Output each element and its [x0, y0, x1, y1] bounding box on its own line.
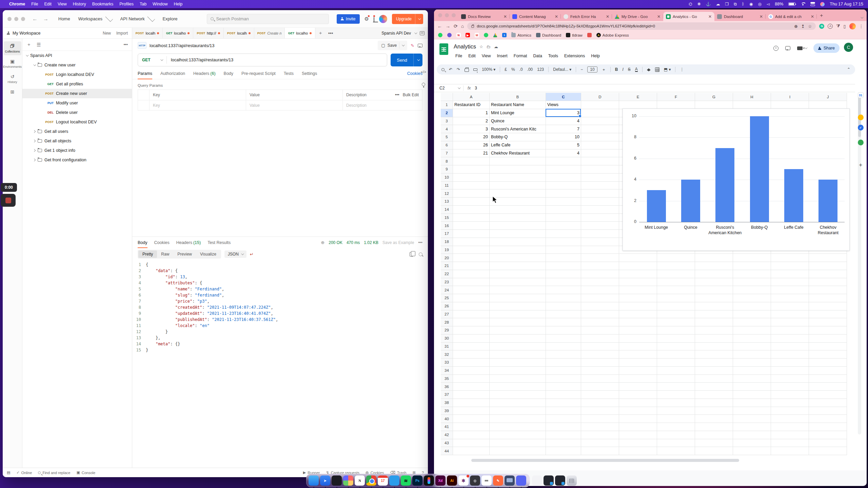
tree-item[interactable]: Get front configuration: [22, 155, 132, 165]
menu-bar-clock[interactable]: Thu 17 Aug 17:15: [830, 2, 863, 6]
cell-I43[interactable]: [771, 439, 809, 447]
dock-adobe-xd-icon[interactable]: Xd: [435, 475, 446, 486]
cell-J42[interactable]: [809, 431, 847, 439]
cell-F23[interactable]: [657, 278, 695, 286]
dock-illustrator-icon[interactable]: Ai: [447, 475, 457, 486]
cell-A27[interactable]: [453, 310, 490, 319]
cell-H27[interactable]: [733, 310, 771, 319]
cell-A16[interactable]: [453, 222, 490, 230]
cell-E20[interactable]: [619, 254, 657, 262]
cell-H35[interactable]: [733, 375, 771, 383]
cell-A26[interactable]: [453, 302, 490, 310]
cell-C35[interactable]: [546, 375, 581, 383]
row-header-22[interactable]: 22: [441, 270, 453, 278]
cell-H32[interactable]: [733, 350, 771, 359]
cell-G43[interactable]: [695, 439, 733, 447]
cell-H36[interactable]: [733, 383, 771, 391]
cell-C29[interactable]: [546, 326, 581, 334]
column-header-G[interactable]: G: [695, 93, 733, 101]
currency-format-button[interactable]: £: [505, 67, 507, 72]
cell-C41[interactable]: [546, 423, 581, 431]
url-text[interactable]: docs.google.com/spreadsheets/d/1P7Oeh84c…: [477, 24, 655, 28]
rail-environments[interactable]: ▣Environments: [4, 57, 21, 70]
cell-B22[interactable]: [490, 270, 546, 278]
cell-G34[interactable]: [695, 367, 733, 375]
cell-J35[interactable]: [809, 375, 847, 383]
tab-test-results[interactable]: Test Results: [208, 237, 231, 248]
cell-G35[interactable]: [695, 375, 733, 383]
environment-quick-look-icon[interactable]: [420, 31, 425, 35]
cell-G40[interactable]: [695, 415, 733, 423]
cell-B8[interactable]: [490, 157, 546, 165]
cell-A1[interactable]: Restaurant ID: [453, 101, 490, 109]
tree-item[interactable]: Get 1 object info: [22, 146, 132, 155]
cell-B44[interactable]: [490, 447, 546, 455]
row-header-12[interactable]: 12: [441, 189, 453, 198]
cell-A44[interactable]: [453, 447, 490, 455]
bookmark-item[interactable]: M: [475, 33, 479, 37]
cell-A41[interactable]: [453, 423, 490, 431]
cell-A35[interactable]: [453, 375, 490, 383]
cell-F24[interactable]: [657, 286, 695, 294]
column-header-D[interactable]: D: [581, 93, 619, 101]
cell-J23[interactable]: [809, 278, 847, 286]
cell-J41[interactable]: [809, 423, 847, 431]
cell-H20[interactable]: [733, 254, 771, 262]
cell-I36[interactable]: [771, 383, 809, 391]
description-input[interactable]: Description: [343, 100, 422, 110]
key-input[interactable]: Key: [150, 100, 246, 110]
cell-I20[interactable]: [771, 254, 809, 262]
cell-D34[interactable]: [581, 367, 619, 375]
cell-B27[interactable]: [490, 310, 546, 319]
cell-I35[interactable]: [771, 375, 809, 383]
account-avatar[interactable]: C: [844, 43, 853, 52]
bookmark-item[interactable]: Atomics: [511, 33, 531, 37]
cell-A36[interactable]: [453, 383, 490, 391]
cell-G23[interactable]: [695, 278, 733, 286]
cell-A10[interactable]: [453, 174, 490, 182]
cell-A29[interactable]: [453, 326, 490, 334]
cell-C30[interactable]: [546, 334, 581, 343]
row-header-15[interactable]: 15: [441, 214, 453, 222]
toolbar-more-icon[interactable]: ⋮: [680, 67, 684, 72]
bookmark-item[interactable]: [587, 33, 592, 37]
cell-C40[interactable]: [546, 415, 581, 423]
window-controls[interactable]: [438, 13, 456, 17]
cell-D9[interactable]: [581, 165, 619, 174]
notifications-bell-icon[interactable]: [374, 16, 374, 22]
dock-finder-icon[interactable]: [309, 475, 319, 486]
tab-headers[interactable]: Headers(6): [193, 68, 216, 79]
cell-C3[interactable]: 4: [546, 117, 581, 125]
row-header-29[interactable]: 29: [441, 326, 453, 334]
response-body-json[interactable]: 1{2 "data": {3 "id": 13,4 "attributes": …: [132, 260, 428, 468]
tab-cookies[interactable]: Cookies: [154, 237, 170, 248]
home-button[interactable]: ⌂: [461, 23, 464, 29]
cell-E1[interactable]: [619, 101, 657, 109]
bulk-edit-button[interactable]: Bulk Edit: [403, 93, 419, 97]
cell-D22[interactable]: [581, 270, 619, 278]
cell-G21[interactable]: [695, 262, 733, 270]
cell-C6[interactable]: 5: [546, 141, 581, 149]
row-header-23[interactable]: 23: [441, 278, 453, 286]
cell-B40[interactable]: [490, 415, 546, 423]
cell-F29[interactable]: [657, 326, 695, 334]
cell-C16[interactable]: [546, 222, 581, 230]
cell-C14[interactable]: [546, 206, 581, 214]
cell-I1[interactable]: [771, 101, 809, 109]
tree-item[interactable]: POSTCreate new user: [22, 89, 132, 98]
tree-item[interactable]: GETGet all profiles: [22, 79, 132, 89]
row-header-5[interactable]: 5: [441, 133, 453, 141]
meet-chevron-icon[interactable]: [805, 46, 807, 49]
dock-launchpad-icon[interactable]: [343, 475, 353, 486]
column-header-J[interactable]: J: [809, 93, 847, 101]
row-header-39[interactable]: 39: [441, 407, 453, 415]
cell-A23[interactable]: [453, 278, 490, 286]
cell-I27[interactable]: [771, 310, 809, 319]
dock-minimized-window-1[interactable]: [544, 475, 554, 486]
cell-D5[interactable]: [581, 133, 619, 141]
row-header-40[interactable]: 40: [441, 415, 453, 423]
bar-3[interactable]: [750, 116, 769, 222]
row-header-33[interactable]: 33: [441, 359, 453, 367]
menu-item-history[interactable]: History: [70, 2, 89, 6]
cell-E32[interactable]: [619, 350, 657, 359]
